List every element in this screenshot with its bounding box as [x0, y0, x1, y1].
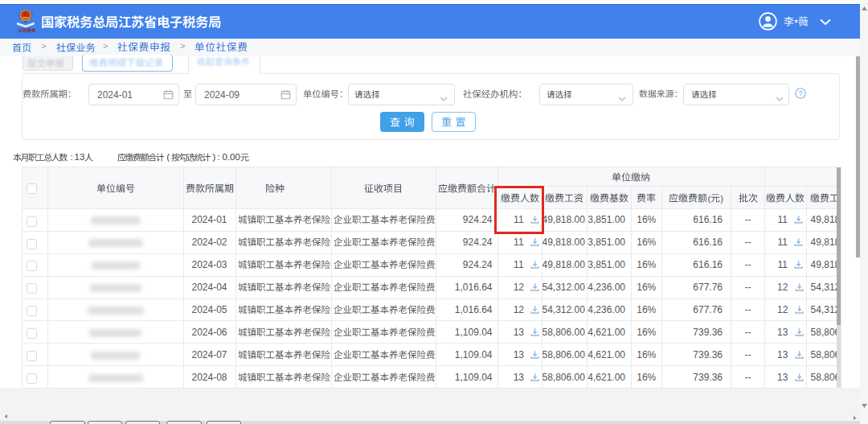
svg-text:?: ?	[798, 89, 802, 97]
